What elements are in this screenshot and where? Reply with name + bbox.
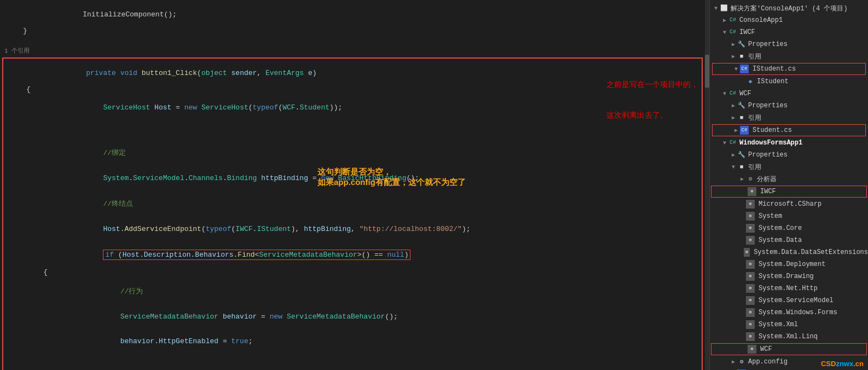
- ref-label: IWCF: [760, 188, 776, 195]
- properties-icon: 🔧: [737, 151, 746, 159]
- code-line: //元数据地址: [3, 363, 702, 370]
- ref-label: 引用: [748, 52, 761, 61]
- folder-ref-wcf[interactable]: ▶ ■ 引用: [710, 112, 868, 124]
- folder-ref-iwcf[interactable]: ▶ ■ 引用: [710, 50, 868, 62]
- ref-label: System.Data.DataSetExtensions: [754, 248, 868, 256]
- ref-system-servicemodel[interactable]: ■ System.ServiceModel: [710, 294, 868, 307]
- project-icon: C#: [728, 28, 737, 37]
- ref-icon: ■: [737, 52, 746, 61]
- ref-icon: ■: [737, 163, 746, 171]
- file-istudent-cs[interactable]: ▼ C# IStudent.cs: [712, 63, 866, 75]
- ref-label: System.Net.Http: [759, 285, 818, 292]
- project-iwcf[interactable]: ▼ C# IWCF: [710, 26, 868, 38]
- code-line: ServiceHost Host = new ServiceHost(typeo…: [3, 95, 702, 120]
- ref-label: System.Deployment: [759, 261, 825, 268]
- ref-system-core[interactable]: ■ System.Core: [710, 222, 868, 234]
- folder-label: Properties: [748, 41, 788, 48]
- ref-system-xmllinq[interactable]: ■ System.Xml.Linq: [710, 331, 868, 343]
- project-label: ConsoleApp1: [739, 16, 783, 24]
- dll-icon: ■: [746, 320, 755, 329]
- ref-iwcf-dll[interactable]: ■ IWCF: [711, 186, 867, 198]
- project-icon: C#: [728, 89, 737, 98]
- solution-root[interactable]: ▼ ⬜ 解决方案'ConsoleApp1' (4 个项目): [710, 2, 868, 14]
- code-line: Host.AddServiceEndpoint(typeof(IWCF.IStu…: [3, 217, 702, 241]
- ref-system-xml[interactable]: ■ System.Xml: [710, 319, 868, 331]
- dll-icon: ■: [746, 224, 755, 233]
- code-line: ServiceMetadataBehavior behavior = new S…: [3, 304, 702, 329]
- project-label: IWCF: [739, 28, 755, 36]
- dll-icon: ■: [746, 236, 755, 245]
- ref-label: 引用: [748, 163, 761, 172]
- project-label: WCF: [739, 90, 751, 97]
- code-line: //绑定: [3, 140, 702, 166]
- file-form1-cs[interactable]: ▶ C# Form1.cs: [710, 368, 868, 370]
- watermark-prefix: CSD: [821, 360, 836, 368]
- folder-ref-winforms[interactable]: ▼ ■ 引用: [710, 161, 868, 173]
- ref-system-nethttp[interactable]: ■ System.Net.Http: [710, 282, 868, 294]
- ref-system-data[interactable]: ■ System.Data: [710, 234, 868, 246]
- scrollbar[interactable]: [705, 0, 709, 370]
- ref-label: WCF: [760, 345, 772, 353]
- ref-system-data-ext[interactable]: ■ System.Data.DataSetExtensions: [710, 246, 868, 258]
- code-line-inner-highlight: if (Host.Description.Behaviors.Find<Serv…: [3, 241, 702, 268]
- solution-explorer[interactable]: ▼ ⬜ 解决方案'ConsoleApp1' (4 个项目) ▶ C# Conso…: [709, 0, 868, 370]
- ref-label: 引用: [748, 113, 761, 123]
- cs-file-icon: C#: [740, 65, 749, 73]
- ref-label: System.ServiceModel: [759, 297, 834, 304]
- member-istudent[interactable]: ◆ IStudent: [710, 76, 868, 88]
- dll-icon: ■: [746, 284, 755, 293]
- dll-icon: ■: [746, 212, 755, 221]
- code-line: behavior.HttpGetEnabled = true;: [3, 329, 702, 354]
- code-editor[interactable]: InitializeComponent(); } 1 个引用: [0, 0, 709, 370]
- folder-properties-winforms[interactable]: ▶ 🔧 Properties: [710, 149, 868, 161]
- member-icon: ◆: [746, 77, 755, 86]
- code-line: //行为: [3, 278, 702, 304]
- dll-icon: ■: [746, 260, 755, 269]
- code-line: {: [3, 268, 702, 278]
- ref-label: System.Windows.Forms: [759, 309, 837, 316]
- folder-properties-wcf[interactable]: ▶ 🔧 Properties: [710, 100, 868, 112]
- ref-label: Microsoft.CSharp: [759, 200, 821, 208]
- folder-label: Properties: [748, 102, 788, 109]
- code-line: System.ServiceModel.Channels.Binding htt…: [3, 166, 702, 190]
- code-line: }: [0, 27, 705, 37]
- dll-icon: ■: [746, 332, 755, 341]
- dll-icon: ■: [746, 308, 755, 317]
- code-line: //终结点: [3, 190, 702, 217]
- watermark-suffix: .cn: [853, 360, 864, 368]
- project-winforms[interactable]: ▼ C# WindowsFormsApp1: [710, 137, 868, 149]
- project-wcf[interactable]: ▼ C# WCF: [710, 88, 868, 100]
- config-icon: ⚙: [737, 357, 746, 366]
- properties-icon: 🔧: [737, 40, 746, 49]
- scrollbar-thumb[interactable]: [705, 55, 709, 88]
- ref-system-winforms[interactable]: ■ System.Windows.Forms: [710, 307, 868, 319]
- code-line: private void button1_Click(object sender…: [3, 61, 702, 85]
- item-label: 分析器: [757, 175, 777, 184]
- code-line: [0, 37, 705, 47]
- right-annotations: 之前是写在一个项目中的， 这次剥离出去了。: [606, 77, 698, 123]
- ref-wcf-dll[interactable]: ■ WCF: [711, 343, 867, 355]
- project-label: WindowsFormsApp1: [739, 139, 802, 147]
- watermark: CSDznwx.cn: [821, 360, 864, 368]
- code-line: [3, 354, 702, 363]
- dll-icon: ■: [746, 296, 755, 305]
- dll-icon: ■: [746, 200, 755, 209]
- ref-ms-csharp[interactable]: ■ Microsoft.CSharp: [710, 198, 868, 210]
- dll-icon: ■: [748, 345, 756, 354]
- file-student-cs[interactable]: ▶ C# Student.cs: [712, 124, 866, 136]
- code-line: [3, 120, 702, 130]
- ref-label: System.Xml: [759, 321, 798, 328]
- project-consoleapp1[interactable]: ▶ C# ConsoleApp1: [710, 14, 868, 26]
- folder-properties[interactable]: ▶ 🔧 Properties: [710, 38, 868, 50]
- item-analyzer[interactable]: ▶ ⚙ 分析器: [710, 173, 868, 185]
- ref-system[interactable]: ■ System: [710, 210, 868, 222]
- reference-label: 1 个引用: [0, 47, 705, 56]
- ref-icon: ■: [737, 113, 746, 122]
- code-line: {: [3, 85, 702, 95]
- ref-system-drawing[interactable]: ■ System.Drawing: [710, 270, 868, 282]
- dll-icon: ■: [748, 187, 756, 196]
- solution-label: 解决方案'ConsoleApp1' (4 个项目): [731, 4, 848, 13]
- ref-system-deploy[interactable]: ■ System.Deployment: [710, 258, 868, 270]
- member-label: IStudent: [757, 78, 789, 85]
- dll-icon: ■: [746, 272, 755, 281]
